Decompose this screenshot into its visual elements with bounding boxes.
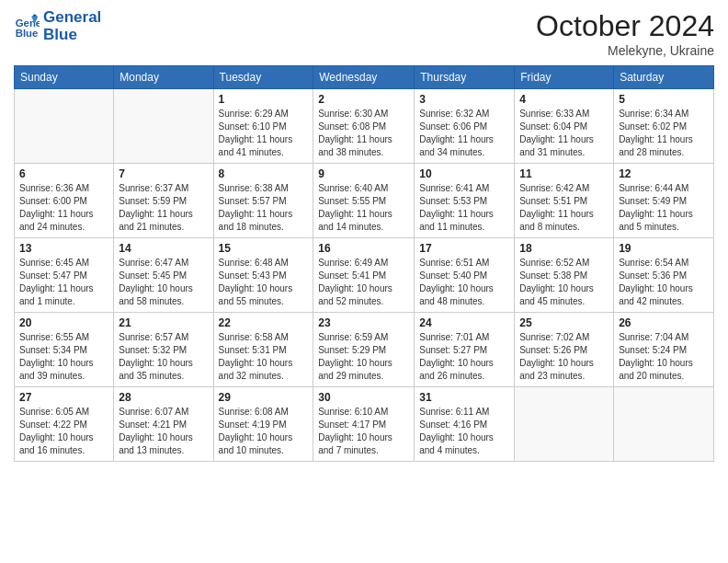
day-number: 29	[219, 391, 309, 404]
day-number: 11	[519, 167, 609, 180]
day-number: 1	[219, 93, 309, 106]
logo-text: General Blue	[43, 9, 101, 43]
calendar-cell	[515, 387, 614, 462]
calendar-cell: 14Sunrise: 6:47 AMSunset: 5:45 PMDayligh…	[114, 238, 213, 313]
day-number: 7	[119, 167, 208, 180]
day-number: 22	[219, 316, 309, 329]
col-wednesday: Wednesday	[313, 66, 415, 89]
day-info: Sunrise: 6:58 AMSunset: 5:31 PMDaylight:…	[219, 331, 309, 383]
calendar-week-2: 6Sunrise: 6:36 AMSunset: 6:00 PMDaylight…	[15, 164, 714, 238]
day-info: Sunrise: 6:41 AMSunset: 5:53 PMDaylight:…	[419, 182, 509, 234]
calendar-cell: 5Sunrise: 6:34 AMSunset: 6:02 PMDaylight…	[614, 89, 714, 164]
day-info: Sunrise: 6:51 AMSunset: 5:40 PMDaylight:…	[419, 257, 509, 308]
day-info: Sunrise: 6:55 AMSunset: 5:34 PMDaylight:…	[19, 331, 108, 383]
day-number: 30	[318, 391, 409, 404]
day-info: Sunrise: 6:45 AMSunset: 5:47 PMDaylight:…	[19, 257, 108, 308]
calendar-header-row: Sunday Monday Tuesday Wednesday Thursday…	[15, 66, 714, 89]
day-info: Sunrise: 6:29 AMSunset: 6:10 PMDaylight:…	[219, 108, 309, 159]
day-number: 14	[119, 242, 208, 255]
title-block: October 2024 Melekyne, Ukraine	[536, 9, 714, 58]
day-number: 18	[519, 242, 609, 255]
day-info: Sunrise: 6:42 AMSunset: 5:51 PMDaylight:…	[519, 182, 609, 234]
calendar-cell: 23Sunrise: 6:59 AMSunset: 5:29 PMDayligh…	[313, 313, 415, 387]
day-number: 12	[619, 167, 709, 180]
day-number: 28	[119, 391, 208, 404]
day-info: Sunrise: 6:54 AMSunset: 5:36 PMDaylight:…	[619, 257, 709, 308]
day-info: Sunrise: 6:38 AMSunset: 5:57 PMDaylight:…	[219, 182, 309, 234]
day-info: Sunrise: 6:40 AMSunset: 5:55 PMDaylight:…	[318, 182, 409, 234]
calendar-cell: 24Sunrise: 7:01 AMSunset: 5:27 PMDayligh…	[415, 313, 515, 387]
calendar-week-1: 1Sunrise: 6:29 AMSunset: 6:10 PMDaylight…	[15, 89, 714, 164]
calendar-cell	[114, 89, 213, 164]
calendar-cell: 3Sunrise: 6:32 AMSunset: 6:06 PMDaylight…	[415, 89, 515, 164]
day-number: 27	[19, 391, 108, 404]
day-info: Sunrise: 6:37 AMSunset: 5:59 PMDaylight:…	[119, 182, 208, 234]
calendar-cell: 21Sunrise: 6:57 AMSunset: 5:32 PMDayligh…	[114, 313, 213, 387]
day-info: Sunrise: 6:47 AMSunset: 5:45 PMDaylight:…	[119, 257, 208, 308]
day-info: Sunrise: 6:52 AMSunset: 5:38 PMDaylight:…	[519, 257, 609, 308]
calendar-cell: 7Sunrise: 6:37 AMSunset: 5:59 PMDaylight…	[114, 164, 213, 238]
day-info: Sunrise: 7:02 AMSunset: 5:26 PMDaylight:…	[519, 331, 609, 383]
day-number: 20	[19, 316, 108, 329]
day-info: Sunrise: 6:08 AMSunset: 4:19 PMDaylight:…	[219, 406, 309, 457]
page-header: General Blue General Blue October 2024 M…	[14, 9, 714, 58]
calendar-cell	[15, 89, 114, 164]
calendar-cell: 4Sunrise: 6:33 AMSunset: 6:04 PMDaylight…	[515, 89, 614, 164]
calendar-table: Sunday Monday Tuesday Wednesday Thursday…	[14, 65, 714, 462]
calendar-cell: 19Sunrise: 6:54 AMSunset: 5:36 PMDayligh…	[614, 238, 714, 313]
calendar-cell: 28Sunrise: 6:07 AMSunset: 4:21 PMDayligh…	[114, 387, 213, 462]
day-info: Sunrise: 6:07 AMSunset: 4:21 PMDaylight:…	[119, 406, 208, 457]
day-info: Sunrise: 6:05 AMSunset: 4:22 PMDaylight:…	[19, 406, 108, 457]
col-tuesday: Tuesday	[213, 66, 313, 89]
day-info: Sunrise: 6:57 AMSunset: 5:32 PMDaylight:…	[119, 331, 208, 383]
day-number: 15	[219, 242, 309, 255]
calendar-cell: 1Sunrise: 6:29 AMSunset: 6:10 PMDaylight…	[213, 89, 313, 164]
day-number: 26	[619, 316, 709, 329]
day-number: 25	[519, 316, 609, 329]
day-number: 16	[318, 242, 409, 255]
calendar-cell: 12Sunrise: 6:44 AMSunset: 5:49 PMDayligh…	[614, 164, 714, 238]
col-sunday: Sunday	[15, 66, 114, 89]
day-info: Sunrise: 6:33 AMSunset: 6:04 PMDaylight:…	[519, 108, 609, 159]
svg-text:Blue: Blue	[16, 27, 39, 38]
day-info: Sunrise: 7:04 AMSunset: 5:24 PMDaylight:…	[619, 331, 709, 383]
calendar-cell: 22Sunrise: 6:58 AMSunset: 5:31 PMDayligh…	[213, 313, 313, 387]
calendar-cell: 26Sunrise: 7:04 AMSunset: 5:24 PMDayligh…	[614, 313, 714, 387]
calendar-cell: 29Sunrise: 6:08 AMSunset: 4:19 PMDayligh…	[213, 387, 313, 462]
day-number: 19	[619, 242, 709, 255]
day-number: 21	[119, 316, 208, 329]
location: Melekyne, Ukraine	[536, 43, 714, 58]
day-info: Sunrise: 6:30 AMSunset: 6:08 PMDaylight:…	[318, 108, 409, 159]
day-number: 5	[619, 93, 709, 106]
calendar-cell: 8Sunrise: 6:38 AMSunset: 5:57 PMDaylight…	[213, 164, 313, 238]
calendar-cell: 31Sunrise: 6:11 AMSunset: 4:16 PMDayligh…	[415, 387, 515, 462]
calendar-cell: 6Sunrise: 6:36 AMSunset: 6:00 PMDaylight…	[15, 164, 114, 238]
calendar-cell: 2Sunrise: 6:30 AMSunset: 6:08 PMDaylight…	[313, 89, 415, 164]
day-number: 10	[419, 167, 509, 180]
calendar-week-3: 13Sunrise: 6:45 AMSunset: 5:47 PMDayligh…	[15, 238, 714, 313]
day-number: 3	[419, 93, 509, 106]
col-friday: Friday	[515, 66, 614, 89]
calendar-cell: 18Sunrise: 6:52 AMSunset: 5:38 PMDayligh…	[515, 238, 614, 313]
col-thursday: Thursday	[415, 66, 515, 89]
logo-icon: General Blue	[14, 14, 40, 40]
day-number: 9	[318, 167, 409, 180]
day-info: Sunrise: 6:36 AMSunset: 6:00 PMDaylight:…	[19, 182, 108, 234]
calendar-cell: 20Sunrise: 6:55 AMSunset: 5:34 PMDayligh…	[15, 313, 114, 387]
col-monday: Monday	[114, 66, 213, 89]
svg-marker-3	[31, 14, 38, 17]
calendar-cell: 27Sunrise: 6:05 AMSunset: 4:22 PMDayligh…	[15, 387, 114, 462]
day-info: Sunrise: 6:34 AMSunset: 6:02 PMDaylight:…	[619, 108, 709, 159]
logo: General Blue General Blue	[14, 9, 101, 43]
calendar-cell: 17Sunrise: 6:51 AMSunset: 5:40 PMDayligh…	[415, 238, 515, 313]
calendar-cell: 9Sunrise: 6:40 AMSunset: 5:55 PMDaylight…	[313, 164, 415, 238]
day-info: Sunrise: 6:49 AMSunset: 5:41 PMDaylight:…	[318, 257, 409, 308]
day-info: Sunrise: 6:48 AMSunset: 5:43 PMDaylight:…	[219, 257, 309, 308]
day-number: 17	[419, 242, 509, 255]
calendar-cell: 25Sunrise: 7:02 AMSunset: 5:26 PMDayligh…	[515, 313, 614, 387]
calendar-week-4: 20Sunrise: 6:55 AMSunset: 5:34 PMDayligh…	[15, 313, 714, 387]
day-number: 6	[19, 167, 108, 180]
day-number: 31	[419, 391, 509, 404]
calendar-week-5: 27Sunrise: 6:05 AMSunset: 4:22 PMDayligh…	[15, 387, 714, 462]
day-info: Sunrise: 7:01 AMSunset: 5:27 PMDaylight:…	[419, 331, 509, 383]
